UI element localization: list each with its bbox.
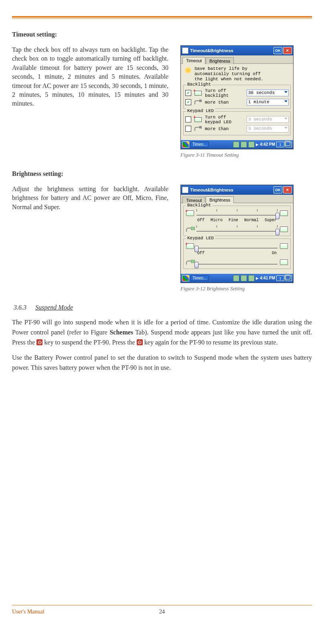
battery-icon xyxy=(185,243,195,249)
plug-icon xyxy=(185,226,195,232)
tab-timeout[interactable]: Timeout xyxy=(182,57,205,64)
backlight-battery-slider[interactable] xyxy=(196,209,277,217)
keypad-ac-checkbox[interactable] xyxy=(185,126,191,132)
sip-icon[interactable]: 1 xyxy=(276,275,284,281)
desktop-icon[interactable] xyxy=(286,275,292,281)
app-icon xyxy=(182,47,188,54)
hint-text: Save battery life by automatically turni… xyxy=(194,66,263,82)
battery-icon xyxy=(193,116,203,123)
timeout-window: Timeout&Brightness OK ✕ Timeout Brightne… xyxy=(180,45,294,149)
start-icon[interactable] xyxy=(182,141,189,148)
figure-caption: Figure 3-12 Brightness Setting xyxy=(180,285,297,292)
battery-full-icon xyxy=(279,210,289,216)
keypad-group: Keypad LED Turn off keypad LED 3 seconds xyxy=(183,111,291,135)
titlebar: Timeout&Brightness OK ✕ xyxy=(181,46,293,55)
power-key-icon: ⏻ xyxy=(36,339,43,345)
plug-icon xyxy=(185,259,195,265)
tray-icon[interactable] xyxy=(241,275,247,281)
ok-button[interactable]: OK xyxy=(273,47,282,54)
timeout-paragraph: Tap the check box off to always turn on … xyxy=(12,45,168,108)
window-title: Timeout&Brightness xyxy=(190,48,233,53)
slider-labels: Off Micro Fine Normal Super xyxy=(197,218,277,223)
app-icon xyxy=(182,187,188,193)
taskbar: Timeo... ▶ 4:42 PM 1 xyxy=(181,140,293,149)
plug-icon xyxy=(193,125,203,132)
tray-icon[interactable] xyxy=(233,275,239,281)
start-icon[interactable] xyxy=(182,275,189,281)
desktop-icon[interactable] xyxy=(286,142,292,147)
suspend-para-2: Use the Battery Power control panel to s… xyxy=(12,353,312,373)
backlight-ac-dropdown[interactable]: 1 minute xyxy=(247,99,289,106)
taskbar-clock: 4:41 PM xyxy=(260,276,275,280)
tray-icon[interactable] xyxy=(233,141,239,148)
tab-brightness[interactable]: Brightness xyxy=(206,196,234,203)
backlight-ac-slider[interactable] xyxy=(196,225,277,233)
footer-page-number: 24 xyxy=(159,609,165,615)
sip-icon[interactable]: 1 xyxy=(276,142,284,147)
footer-label: User's Manual xyxy=(12,609,45,615)
backlight-group: Backlight ✔ Turn off backlight 30 second… xyxy=(183,85,291,109)
header-rule-thin xyxy=(12,18,312,19)
battery-full-icon xyxy=(279,226,289,232)
keypad-ac-slider[interactable] xyxy=(196,258,277,266)
taskbar-clock: 4:42 PM xyxy=(260,142,275,147)
keypad-battery-slider[interactable] xyxy=(196,242,277,250)
subsection-heading: 3.6.3 Suspend Mode xyxy=(14,304,312,311)
keypad-slider-labels: Off On xyxy=(197,251,277,256)
battery-icon xyxy=(185,210,195,216)
tray-icon[interactable] xyxy=(248,141,255,148)
keypad-battery-checkbox[interactable] xyxy=(185,116,191,122)
close-button[interactable]: ✕ xyxy=(283,186,292,194)
brightness-heading: Brightness setting: xyxy=(12,170,312,177)
taskbar-task[interactable]: Timeo... xyxy=(190,141,209,147)
tab-brightness[interactable]: Brightness xyxy=(206,57,234,64)
keypad-ac-dropdown[interactable]: 3 seconds xyxy=(247,125,289,132)
ok-button[interactable]: OK xyxy=(273,186,282,194)
titlebar: Timeout&Brightness OK ✕ xyxy=(181,185,293,195)
suspend-para-1: The PT-90 will go into suspend mode when… xyxy=(12,318,312,347)
window-title: Timeout&Brightness xyxy=(190,187,233,192)
tray-arrow-icon[interactable]: ▶ xyxy=(256,276,259,280)
backlight-group: Backlight Off Micro xyxy=(183,206,291,236)
keypad-battery-dropdown[interactable]: 3 seconds xyxy=(247,116,289,123)
backlight-battery-checkbox[interactable]: ✔ xyxy=(185,90,191,96)
keypad-group: Keypad LED Off On xyxy=(183,238,291,269)
backlight-ac-checkbox[interactable]: ✔ xyxy=(185,99,191,105)
power-key-icon: ⏻ xyxy=(137,339,143,345)
brightness-window: Timeout&Brightness OK ✕ Timeout Brightne… xyxy=(180,185,294,283)
close-button[interactable]: ✕ xyxy=(283,47,292,54)
backlight-battery-dropdown[interactable]: 30 seconds xyxy=(247,90,289,96)
battery-icon xyxy=(193,90,203,97)
tray-arrow-icon[interactable]: ▶ xyxy=(256,143,259,147)
bulb-icon xyxy=(183,66,193,76)
battery-full-icon xyxy=(279,259,289,265)
tray-icon[interactable] xyxy=(241,141,247,148)
footer: User's Manual 24 xyxy=(12,605,312,615)
taskbar: Timeo... ▶ 4:41 PM 1 xyxy=(181,274,293,283)
timeout-heading: Timeout setting: xyxy=(12,31,312,38)
plug-icon xyxy=(193,99,203,106)
figure-caption: Figure 3-11 Timeout Setting xyxy=(180,152,297,158)
taskbar-task[interactable]: Timeo... xyxy=(190,275,209,281)
header-rule-thick xyxy=(12,16,312,18)
tray-icon[interactable] xyxy=(248,275,255,281)
brightness-paragraph: Adjust the brightness setting for backli… xyxy=(12,185,168,212)
battery-full-icon xyxy=(279,243,289,249)
